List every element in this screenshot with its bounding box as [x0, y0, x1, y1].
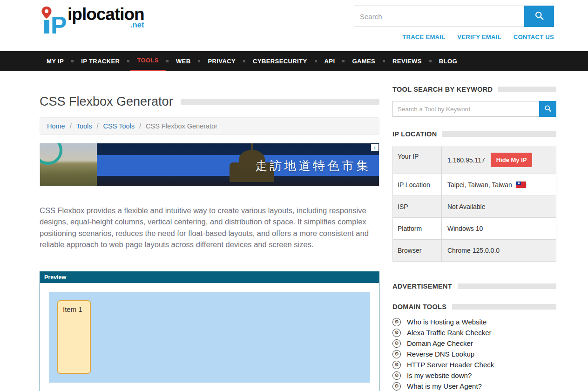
domain-tool-link-alexa-rank[interactable]: Alexa Traffic Rank Checker [407, 329, 491, 337]
taiwan-flag-icon [516, 182, 526, 188]
ad-headline: 走訪地道特色市集 [255, 158, 371, 174]
ad-choices-icon[interactable]: i [371, 144, 378, 151]
ip-location-heading: IP LOCATION [392, 130, 556, 138]
title-decor-bar [181, 99, 379, 105]
gear-icon: ⚙ [392, 371, 401, 380]
nav-item-web[interactable]: WEB [169, 51, 198, 71]
nav-separator [166, 60, 169, 62]
breadcrumb-tools[interactable]: Tools [65, 122, 92, 130]
ad-banner[interactable]: 走訪地道特色市集 i [40, 143, 379, 186]
nav-item-cybersecurity[interactable]: CYBERSECURITY [246, 51, 314, 71]
nav-separator [342, 60, 345, 62]
ip-location-table: Your IP 1.160.95.117 Hide My IP IP Locat… [392, 146, 556, 262]
list-item: ⚙ HTTP Server Header Check [392, 359, 556, 370]
nav-separator [383, 60, 385, 62]
breadcrumb: Home Tools CSS Tools CSS Flexbox Generat… [40, 117, 379, 135]
nav-item-reviews[interactable]: REVIEWS [385, 51, 429, 71]
flexbox-preview-container: Item 1 [49, 292, 370, 383]
header-links: TRACE EMAIL VERIFY EMAIL CONTACT US [354, 34, 554, 40]
list-item: ⚙ Domain Age Checker [392, 338, 556, 349]
browser-value: Chrome 125.0.0.0 [442, 240, 556, 261]
main-content: CSS Flexbox Generator Home Tools CSS Too… [40, 71, 379, 391]
verify-email-link[interactable]: VERIFY EMAIL [457, 34, 501, 40]
preview-panel-title: Preview [40, 272, 379, 283]
ad-image-cityscape: 走訪地道特色市集 [97, 143, 379, 186]
ad-image-landscape [40, 143, 97, 186]
list-item: ⚙ Who is Hosting a Website [392, 317, 556, 327]
nav-item-tools[interactable]: TOOLS [130, 51, 166, 71]
breadcrumb-home[interactable]: Home [47, 122, 65, 130]
list-item: ⚙ Alexa Traffic Rank Checker [392, 327, 556, 338]
table-row: Your IP 1.160.95.117 Hide My IP [393, 146, 556, 174]
nav-item-ip-tracker[interactable]: IP TRACKER [74, 51, 127, 71]
preview-body: Item 1 [40, 283, 379, 391]
tool-description: CSS Flexbox provides a flexible and intu… [40, 205, 379, 250]
sidebar: TOOL SEARCH BY KEYWORD IP LOCATION Your … [392, 71, 556, 391]
advertisement-heading: ADVERTISEMENT [392, 283, 556, 290]
nav-item-games[interactable]: GAMES [345, 51, 382, 71]
preview-panel: Preview Item 1 [40, 271, 379, 391]
table-row: Platform Windows 10 [393, 218, 556, 240]
nav-item-blog[interactable]: BLOG [432, 51, 464, 71]
domain-tools-list: ⚙ Who is Hosting a Website ⚙ Alexa Traff… [392, 317, 556, 391]
ip-location-value: Taipei, Taiwan, Taiwan [447, 181, 512, 189]
ad-decor-ring [40, 143, 62, 165]
nav-separator [198, 60, 200, 62]
gear-icon: ⚙ [392, 361, 401, 369]
table-row: ISP Not Available [393, 196, 556, 218]
nav-separator [127, 60, 129, 62]
your-ip-value: 1.160.95.117 [447, 156, 485, 164]
domain-tool-link-user-agent[interactable]: What is my User Agent? [407, 382, 482, 390]
breadcrumb-css-tools[interactable]: CSS Tools [92, 122, 135, 130]
contact-us-link[interactable]: CONTACT US [514, 34, 554, 40]
heading-decor-bar [452, 304, 556, 310]
nav-item-my-ip[interactable]: MY IP [40, 51, 71, 71]
site-logo[interactable]: P iplocation .net [40, 6, 144, 37]
trace-email-link[interactable]: TRACE EMAIL [402, 34, 445, 40]
gear-icon: ⚙ [392, 350, 401, 358]
tool-search-button[interactable] [539, 101, 556, 117]
table-row: IP Location Taipei, Taiwan, Taiwan [393, 174, 556, 196]
tool-search-input[interactable] [392, 101, 539, 117]
heading-decor-bar [442, 131, 556, 137]
gear-icon: ⚙ [392, 382, 401, 391]
breadcrumb-current: CSS Flexbox Generator [135, 122, 217, 130]
nav-item-api[interactable]: API [318, 51, 342, 71]
hide-my-ip-button[interactable]: Hide My IP [491, 153, 533, 167]
domain-tool-link-reverse-dns[interactable]: Reverse DNS Lookup [407, 350, 474, 358]
search-icon [534, 11, 544, 22]
gear-icon: ⚙ [392, 329, 401, 337]
heading-decor-bar [498, 87, 556, 92]
nav-separator [243, 60, 245, 62]
search-icon [544, 105, 552, 114]
tool-search-heading: TOOL SEARCH BY KEYWORD [392, 86, 556, 93]
gear-icon: ⚙ [392, 339, 401, 348]
logo-pin-icon: P [40, 6, 67, 37]
domain-tool-link-http-header[interactable]: HTTP Server Header Check [407, 361, 494, 369]
nav-separator [429, 60, 432, 62]
main-nav: MY IP IP TRACKER TOOLS WEB PRIVACY CYBER… [0, 51, 588, 71]
domain-tools-heading: DOMAIN TOOLS [392, 303, 556, 310]
heading-decor-bar [458, 283, 556, 289]
table-row: Browser Chrome 125.0.0.0 [393, 240, 556, 262]
nav-separator [315, 60, 317, 62]
list-item: ⚙ What is my User Agent? [392, 381, 556, 391]
domain-tool-link-domain-age[interactable]: Domain Age Checker [407, 339, 473, 347]
page-title: CSS Flexbox Generator [40, 94, 173, 109]
platform-value: Windows 10 [442, 218, 556, 239]
flexbox-preview-item: Item 1 [57, 300, 91, 374]
nav-separator [71, 60, 74, 62]
list-item: ⚙ Is my website down? [392, 370, 556, 381]
top-header: P iplocation .net TRACE EMAIL VERIFY EMA… [0, 0, 588, 51]
list-item: ⚙ Reverse DNS Lookup [392, 349, 556, 359]
svg-text:P: P [51, 12, 67, 35]
site-search-input[interactable] [354, 6, 524, 27]
isp-value: Not Available [442, 196, 556, 217]
nav-item-privacy[interactable]: PRIVACY [201, 51, 243, 71]
domain-tool-link-hosting[interactable]: Who is Hosting a Website [407, 318, 487, 326]
site-search-button[interactable] [524, 6, 554, 27]
gear-icon: ⚙ [392, 318, 401, 326]
domain-tool-link-website-down[interactable]: Is my website down? [407, 371, 472, 379]
